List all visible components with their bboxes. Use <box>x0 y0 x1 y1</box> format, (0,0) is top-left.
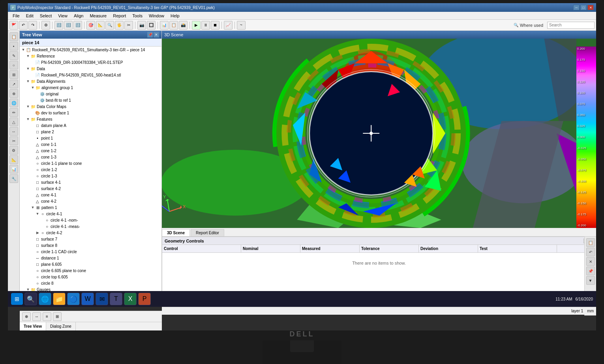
start-button[interactable]: ⊞ <box>11 293 23 305</box>
tree-item[interactable]: •point 1 <box>20 135 161 141</box>
tree-item[interactable]: ▼📁Data Alignments <box>20 78 161 84</box>
menu-window[interactable]: Window <box>146 13 167 19</box>
tab-3d-scene[interactable]: 3D Scene <box>162 229 190 236</box>
maximize-button[interactable]: □ <box>580 5 587 10</box>
tree-item[interactable]: ▼📁Reference <box>20 53 161 59</box>
tree-item[interactable]: ▼📁alignment group 1 <box>20 84 161 91</box>
tab-dialog-zone[interactable]: Dialog Zone <box>46 322 76 330</box>
toolbar-btn-2[interactable]: ↶ <box>19 21 28 30</box>
menu-report[interactable]: Report <box>110 13 129 19</box>
toolbar-btn-9[interactable]: 📐 <box>96 21 105 30</box>
tab-tree-view[interactable]: Tree View <box>20 322 46 330</box>
toolbar-btn-16[interactable]: 📸 <box>179 21 188 30</box>
tree-tb-btn-4[interactable]: ⊞ <box>53 312 62 321</box>
taskbar-outlook[interactable]: ✉ <box>96 293 108 305</box>
search-input[interactable] <box>547 22 595 29</box>
toolbar-btn-10[interactable]: 🔍 <box>105 21 114 30</box>
tree-item[interactable]: ▼⊞pattern 1 <box>20 204 161 211</box>
tree-pin-btn[interactable]: 📌 <box>147 32 153 37</box>
left-icon-11[interactable]: ↔ <box>9 127 18 136</box>
left-icon-5[interactable]: ⊞ <box>9 70 18 79</box>
tree-item[interactable]: □surface 8 <box>20 242 161 248</box>
menu-measure[interactable]: Measure <box>86 13 110 19</box>
scene-canvas[interactable]: X Y Z 0.200 0.175 0.150 0.125 <box>162 39 596 228</box>
tree-item[interactable]: ▼📁Data Color Maps <box>20 103 161 110</box>
menu-select[interactable]: Select <box>37 13 55 19</box>
menu-edit[interactable]: Edit <box>23 13 37 19</box>
tree-item[interactable]: ▼📁Gauges <box>20 286 161 291</box>
tree-item[interactable]: □surface 7 <box>20 236 161 242</box>
toolbar-btn-18[interactable]: ⏹ <box>211 21 219 30</box>
tree-item[interactable]: △cone 1-3 <box>20 154 161 160</box>
tree-tb-btn-2[interactable]: ↔ <box>32 312 41 321</box>
toolbar-btn-8[interactable]: 🎯 <box>86 21 95 30</box>
tree-close-btn[interactable]: ✕ <box>154 32 159 37</box>
taskbar-word[interactable]: W <box>81 293 94 305</box>
taskbar-chrome[interactable]: 🔵 <box>67 293 80 305</box>
tree-item[interactable]: 📄PN-542939_DIR-10004783384_VER-01.STEP <box>20 59 161 65</box>
toolbar-btn-19[interactable]: 📈 <box>224 21 233 30</box>
tree-item[interactable]: □plane 6.605 <box>20 261 161 267</box>
taskbar-edge[interactable]: 🌐 <box>39 293 51 305</box>
tab-report-editor[interactable]: Report Editor <box>191 229 224 236</box>
left-icon-15[interactable]: 📊 <box>9 165 18 174</box>
tree-tb-btn-3[interactable]: ≡ <box>43 312 51 321</box>
tree-item[interactable]: △cone 4-1 <box>20 192 161 198</box>
taskbar-excel[interactable]: X <box>124 293 137 305</box>
menu-align[interactable]: Align <box>71 13 86 19</box>
right-icon-1[interactable]: 📋 <box>586 238 595 247</box>
tree-item[interactable]: ○circle 4-1 -nom- <box>20 217 161 223</box>
tree-item[interactable]: 🎨dev to surface 1 <box>20 110 161 116</box>
toolbar-btn-20[interactable]: ~ <box>237 21 246 30</box>
toolbar-btn-12[interactable]: ✂ <box>124 21 133 30</box>
right-icon-4[interactable]: 📌 <box>586 267 595 275</box>
minimize-button[interactable]: ─ <box>573 5 580 10</box>
left-icon-6[interactable]: ↗ <box>9 80 18 88</box>
toolbar-btn-play[interactable]: ▶ <box>192 21 201 30</box>
left-icon-8[interactable]: 🌐 <box>9 99 18 107</box>
menu-file[interactable]: File <box>9 13 23 19</box>
tree-item[interactable]: ▼📋Rockwell_PN-542939_REV01_Simultaneity-… <box>20 47 161 53</box>
tree-item[interactable]: ▶○circle 4-2 <box>20 230 161 236</box>
left-icon-7[interactable]: ⊕ <box>9 89 18 98</box>
menu-view[interactable]: View <box>55 13 71 19</box>
tree-item[interactable]: ○circle 8 <box>20 280 161 286</box>
tree-item[interactable]: □plane 2 <box>20 129 161 135</box>
close-button[interactable]: ✕ <box>587 5 594 10</box>
taskbar-explorer[interactable]: 📁 <box>53 293 66 305</box>
tree-item[interactable]: ↔distance 1 <box>20 255 161 261</box>
toolbar-btn-scan[interactable]: 📷 <box>137 21 146 30</box>
tree-item[interactable]: ○circle 1-3 <box>20 173 161 179</box>
left-icon-9[interactable]: ✏ <box>9 108 18 117</box>
tree-item[interactable]: ▼📁Data <box>20 65 161 72</box>
toolbar-btn-3[interactable]: ↷ <box>28 21 37 30</box>
left-icon-4[interactable]: ○ <box>9 61 18 69</box>
tree-item[interactable]: ○circle 1-1 plane to cone <box>20 160 161 166</box>
tree-item[interactable]: ○circle 1-2 <box>20 166 161 173</box>
right-icon-3[interactable]: ✕ <box>586 257 595 266</box>
toolbar-btn-15[interactable]: 📋 <box>169 21 178 30</box>
right-icon-2[interactable]: ↶ <box>586 248 595 256</box>
toolbar-btn-4[interactable]: ⚙ <box>41 21 50 30</box>
toolbar-btn-6[interactable]: 🔢 <box>64 21 73 30</box>
left-icon-14[interactable]: 📐 <box>9 155 18 164</box>
tree-item[interactable]: 📄Rockwell_PN-542939_REV01_500-heat14.stl <box>20 72 161 78</box>
toolbar-btn-17[interactable]: ⏸ <box>201 21 210 30</box>
toolbar-btn-13[interactable]: 🔲 <box>147 21 156 30</box>
left-icon-13[interactable]: ⚙ <box>9 146 18 155</box>
tree-item[interactable]: ⚙️original <box>20 91 161 97</box>
taskbar-teams[interactable]: T <box>110 293 122 305</box>
tree-item[interactable]: ○circle 4-1 -meas- <box>20 223 161 230</box>
tree-item[interactable]: ○circle 1-1 CAD circle <box>20 248 161 255</box>
toolbar-btn-14[interactable]: 📊 <box>160 21 169 30</box>
left-icon-1[interactable]: 📋 <box>9 32 18 41</box>
taskbar-powerpoint[interactable]: P <box>138 293 151 305</box>
left-icon-10[interactable]: △ <box>9 118 18 126</box>
right-icon-5[interactable]: ▼ <box>586 276 595 285</box>
tree-item[interactable]: □datum plane A <box>20 122 161 129</box>
tree-item[interactable]: △cone 1-1 <box>20 141 161 147</box>
toolbar-btn-1[interactable]: 🚩 <box>9 21 18 30</box>
tree-item[interactable]: △cone 4-2 <box>20 198 161 204</box>
tree-item[interactable]: □surface 4-1 <box>20 179 161 185</box>
menu-help[interactable]: Help <box>167 13 183 19</box>
